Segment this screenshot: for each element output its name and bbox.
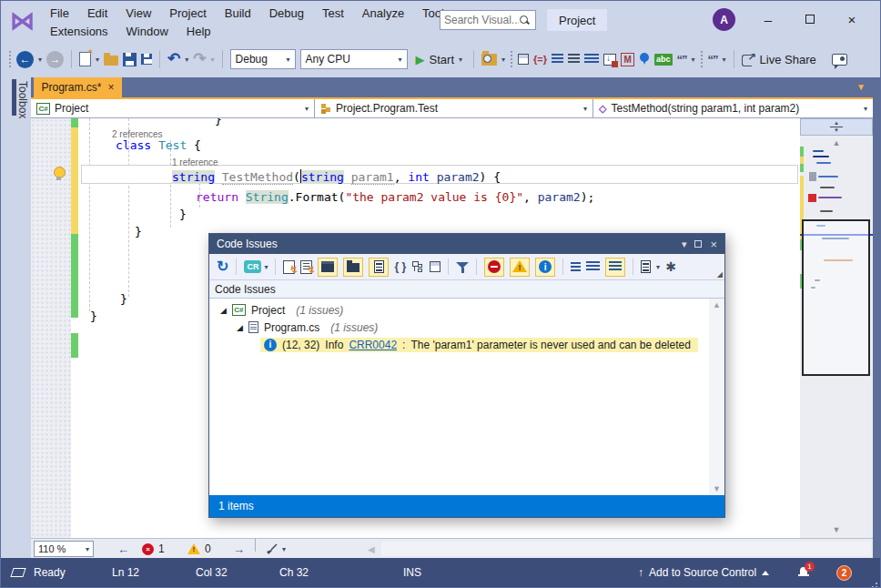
code-line[interactable]: } xyxy=(120,290,127,308)
editor-splitter-handle[interactable]: ▲▼ xyxy=(800,118,873,136)
filter-icon[interactable] xyxy=(456,261,469,273)
toggle-flat-list-button[interactable] xyxy=(605,258,625,277)
export-dropdown[interactable]: ▾ xyxy=(656,263,660,271)
group-by-type-button[interactable] xyxy=(411,260,424,273)
analyze-active-document-button[interactable] xyxy=(283,260,295,274)
redo-dropdown[interactable]: ▾ xyxy=(211,56,215,64)
settings-gear-icon[interactable]: ✱ xyxy=(665,260,676,273)
issue-tree-row[interactable]: ◢Program.cs(1 issues) xyxy=(237,319,724,336)
user-avatar[interactable]: A xyxy=(713,8,735,31)
character-indicator[interactable]: Ch 32 xyxy=(279,558,309,587)
menu-project[interactable]: Project xyxy=(160,5,215,21)
find-in-files-button[interactable] xyxy=(481,54,497,66)
menu-window[interactable]: Window xyxy=(117,24,177,39)
project-dropdown[interactable]: C# Project ▾ xyxy=(31,99,315,117)
tab-program-cs[interactable]: Program.cs* × xyxy=(34,77,122,97)
find-dropdown[interactable]: ▾ xyxy=(501,56,505,64)
menu-view[interactable]: View xyxy=(116,5,160,21)
live-share-button[interactable]: Live Share xyxy=(760,53,816,66)
code-line[interactable]: return String.Format("the param2 value i… xyxy=(196,188,594,206)
tab-overflow-dropdown[interactable]: ▼ xyxy=(856,82,866,92)
previous-issue-button[interactable]: ← xyxy=(117,539,129,559)
cleanup-document-button[interactable] xyxy=(264,539,279,559)
solution-name-badge[interactable]: Project xyxy=(547,9,607,31)
open-file-button[interactable] xyxy=(104,56,118,66)
comment-button[interactable]: “” xyxy=(677,53,687,66)
panel-scrollbar[interactable]: ▲ ▼ xyxy=(709,299,724,495)
toolbar-drag-handle[interactable] xyxy=(8,50,12,68)
word-wrap-button[interactable] xyxy=(584,54,599,65)
menu-edit[interactable]: Edit xyxy=(78,5,116,21)
warning-count-indicator[interactable]: 0 xyxy=(187,539,211,559)
solution-explorer-button[interactable] xyxy=(518,54,529,65)
horizontal-scrollbar[interactable] xyxy=(381,542,871,556)
menu-test[interactable]: Test xyxy=(313,5,353,21)
expander-icon[interactable]: ◢ xyxy=(220,306,227,315)
toggle-file-scope-button[interactable] xyxy=(369,258,389,277)
panel-maximize-button[interactable] xyxy=(694,240,702,248)
toolbar-options-grip[interactable]: ◢ xyxy=(717,270,723,279)
toggle-warnings-button[interactable] xyxy=(510,258,530,277)
minimap-viewport[interactable] xyxy=(802,219,870,376)
resize-grip[interactable] xyxy=(876,583,877,584)
navigate-backward-dropdown[interactable]: ▾ xyxy=(38,56,42,64)
expander-icon[interactable]: ◢ xyxy=(237,323,243,332)
menu-file[interactable]: File xyxy=(41,5,78,21)
code-line[interactable]: } xyxy=(179,206,187,223)
group-by-member-button[interactable] xyxy=(430,261,440,272)
navigate-forward-button[interactable]: → xyxy=(46,51,64,68)
member-dropdown[interactable]: ◇ TestMethod(string param1, int param2) … xyxy=(593,99,873,117)
search-input[interactable] xyxy=(444,14,519,26)
menu-build[interactable]: Build xyxy=(216,5,260,21)
show-threads-button[interactable] xyxy=(552,54,563,65)
code-line[interactable]: string TestMethod(string param1, int par… xyxy=(172,168,501,186)
uncomment-dropdown[interactable]: ▾ xyxy=(723,56,726,64)
next-issue-button[interactable]: → xyxy=(233,539,245,559)
toolbar-drag-handle[interactable] xyxy=(510,50,513,68)
scroll-down-icon[interactable]: ▼ xyxy=(713,484,721,493)
search-box[interactable] xyxy=(440,10,536,30)
undo-button[interactable]: ↶ xyxy=(167,53,180,66)
menu-debug[interactable]: Debug xyxy=(260,5,313,21)
close-button[interactable]: × xyxy=(836,8,867,30)
send-feedback-button[interactable] xyxy=(832,54,847,66)
maximize-button[interactable] xyxy=(795,8,825,30)
toggle-solution-scope-button[interactable] xyxy=(318,258,338,277)
solution-configuration-combo[interactable]: Debug▾ xyxy=(230,49,296,69)
type-dropdown[interactable]: Project.Program.Test ▾ xyxy=(315,99,593,117)
lightbulb-quick-actions-icon[interactable] xyxy=(53,167,65,181)
code-line[interactable]: class Test { xyxy=(116,137,201,154)
code-issues-column-header[interactable]: Code Issues xyxy=(209,280,724,299)
code-line[interactable]: } xyxy=(90,308,97,325)
sort-button[interactable] xyxy=(571,262,581,271)
save-all-button[interactable] xyxy=(141,54,152,65)
feedback-smiley-button[interactable]: 2 xyxy=(836,558,852,587)
collapse-all-button[interactable] xyxy=(586,261,600,272)
spell-check-button[interactable]: abc xyxy=(654,54,673,66)
import-button[interactable] xyxy=(603,54,616,66)
code-line[interactable]: } xyxy=(215,118,222,128)
issue-tree-row[interactable]: i(12, 32)InfoCRR0042:The 'param1' parame… xyxy=(260,336,724,353)
solution-platform-combo[interactable]: Any CPU▾ xyxy=(300,49,408,69)
cleanup-dropdown[interactable]: ▾ xyxy=(282,539,286,559)
editor-minimap-scrollbar[interactable]: ▲ ▼ xyxy=(800,136,873,538)
tab-close-icon[interactable]: × xyxy=(108,81,115,94)
coderush-menu-button[interactable]: CR▾ xyxy=(244,260,268,273)
scroll-up-icon[interactable]: ▲ xyxy=(800,138,873,147)
quick-replace-button[interactable]: {=} xyxy=(533,54,547,65)
undo-dropdown[interactable]: ▾ xyxy=(185,56,188,64)
codelens-link[interactable]: 1 reference xyxy=(172,157,218,167)
insert-mode-indicator[interactable]: INS xyxy=(403,558,421,587)
code-issues-title-bar[interactable]: Code Issues ▾ × xyxy=(209,234,724,254)
scroll-up-icon[interactable]: ▲ xyxy=(713,300,721,309)
save-button[interactable] xyxy=(123,53,137,66)
redo-button[interactable]: ↷ xyxy=(193,53,206,66)
refresh-icon[interactable]: ↻ xyxy=(217,260,228,273)
line-indent-button[interactable] xyxy=(568,54,580,65)
column-indicator[interactable]: Col 32 xyxy=(196,558,228,587)
line-indicator[interactable]: Ln 12 xyxy=(112,558,139,587)
comment-dropdown[interactable]: ▾ xyxy=(692,56,695,64)
background-tasks-icon[interactable] xyxy=(12,558,25,587)
bookmark-pin-button[interactable] xyxy=(639,52,650,66)
group-by-namespace-button[interactable]: { } xyxy=(394,260,406,273)
